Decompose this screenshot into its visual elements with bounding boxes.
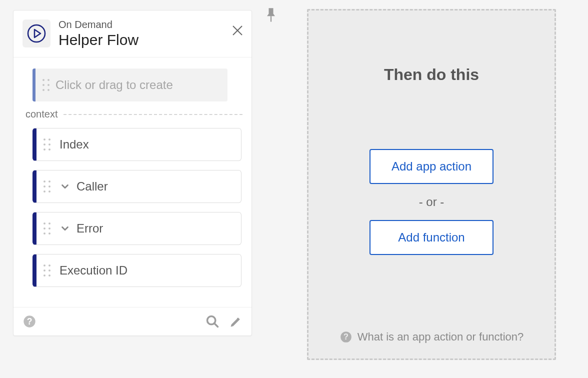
field-label: Error bbox=[76, 222, 103, 236]
edit-icon[interactable] bbox=[230, 315, 242, 328]
drag-handle-icon[interactable] bbox=[40, 138, 54, 150]
add-app-action-label: Add app action bbox=[392, 160, 472, 174]
svg-text:?: ? bbox=[27, 316, 32, 326]
card-footer: ? bbox=[14, 307, 252, 336]
create-field-row[interactable]: Click or drag to create bbox=[32, 68, 228, 102]
add-function-label: Add function bbox=[398, 230, 464, 244]
context-field[interactable]: Index bbox=[32, 128, 242, 161]
section-label-row: context bbox=[26, 108, 242, 120]
card-header: On Demand Helper Flow bbox=[14, 10, 252, 58]
search-icon[interactable] bbox=[206, 314, 220, 328]
svg-point-0 bbox=[28, 25, 45, 42]
chevron-down-icon[interactable] bbox=[60, 223, 70, 234]
add-function-button[interactable]: Add function bbox=[370, 220, 494, 255]
help-icon: ? bbox=[340, 330, 352, 344]
context-field[interactable]: Execution ID bbox=[32, 254, 242, 287]
svg-marker-1 bbox=[34, 30, 40, 38]
add-app-action-button[interactable]: Add app action bbox=[370, 149, 494, 184]
context-field[interactable]: Error bbox=[32, 212, 242, 245]
section-label: context bbox=[26, 108, 58, 120]
flow-card: On Demand Helper Flow Click or drag to c… bbox=[13, 10, 252, 336]
chevron-down-icon[interactable] bbox=[60, 181, 70, 192]
svg-rect-8 bbox=[270, 16, 272, 22]
action-panel: Then do this Add app action - or - Add f… bbox=[307, 9, 556, 360]
card-body: Click or drag to create context IndexCal… bbox=[14, 58, 252, 307]
help-icon[interactable]: ? bbox=[22, 314, 36, 328]
card-subtitle: On Demand bbox=[58, 18, 138, 30]
field-label: Caller bbox=[76, 180, 108, 194]
create-placeholder: Click or drag to create bbox=[56, 78, 173, 92]
divider bbox=[64, 114, 242, 115]
or-separator: - or - bbox=[419, 195, 444, 209]
card-title: Helper Flow bbox=[58, 32, 138, 48]
drag-handle-icon[interactable] bbox=[40, 222, 54, 234]
field-label: Execution ID bbox=[60, 264, 128, 278]
play-icon bbox=[22, 20, 50, 48]
svg-text:?: ? bbox=[344, 332, 348, 341]
help-link-text: What is an app action or function? bbox=[358, 330, 524, 344]
field-label: Index bbox=[60, 138, 89, 152]
title-block: On Demand Helper Flow bbox=[58, 18, 138, 48]
context-field[interactable]: Caller bbox=[32, 170, 242, 203]
panel-heading: Then do this bbox=[384, 66, 479, 84]
drag-handle-icon[interactable] bbox=[40, 264, 54, 276]
svg-line-7 bbox=[214, 324, 218, 327]
close-icon[interactable] bbox=[232, 24, 244, 38]
drag-handle-icon[interactable] bbox=[40, 180, 54, 192]
drag-handle-icon[interactable] bbox=[40, 79, 52, 91]
help-row[interactable]: ? What is an app action or function? bbox=[308, 330, 554, 344]
pin-icon[interactable] bbox=[264, 7, 278, 26]
